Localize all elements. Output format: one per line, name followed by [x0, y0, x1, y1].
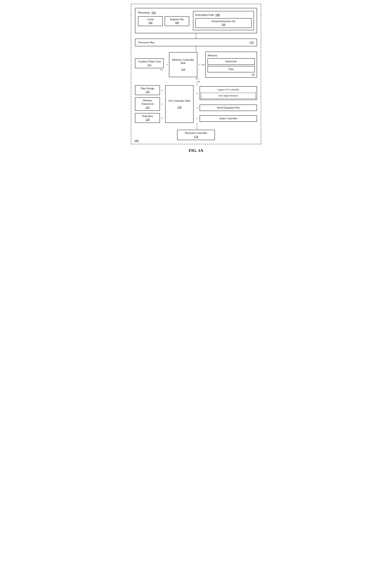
processor-sub-boxes: Cache 104 Register File 106: [138, 16, 189, 26]
data-storage-box: Data Storage 124: [135, 85, 160, 95]
page: Processor 102 Cache 104 Register File 10…: [131, 4, 261, 153]
arrow-mch-memory: ↔ 118: [198, 63, 205, 66]
label-114: 114: [160, 69, 164, 71]
execution-unit-box: Execution Unit 108 Packed Instruction Se…: [193, 11, 254, 30]
flash-bios-box: Flash Bios 128: [135, 113, 160, 123]
io-left-section: Data Storage 124 ↔ Wireless Transceiver …: [135, 85, 165, 123]
io-right-section: ↔ Legacy I/O Controller User Input Inter…: [194, 85, 257, 123]
wireless-row: Wireless Transceiver 126 ↔: [135, 97, 164, 111]
memory-ref: 120: [207, 73, 255, 75]
arrow-data-storage: ↔: [161, 88, 164, 92]
packed-inst-set-box: Packed Instruction Set 109: [195, 18, 252, 28]
diagram-outer: Processor 102 Cache 104 Register File 10…: [131, 4, 261, 144]
arrow-graphics-mch: ↔: [166, 63, 169, 66]
serial-expansion-row: ↔ Serial Expansion Port: [196, 104, 257, 111]
arrow-legacy-io: ↔: [196, 91, 199, 95]
arrow-mch-to-ioh: 〜〜〜 122 ↓: [135, 78, 257, 85]
fig-label: FIG. 1A: [131, 148, 261, 153]
legacy-io-label: Legacy I/O Controller: [201, 87, 256, 92]
ioh-box: I/O Controller Hub 130: [165, 85, 194, 123]
user-input-box: User Input Interface: [201, 93, 256, 99]
network-controller-box: Network Controller 134: [177, 130, 215, 140]
memory-title: Memory: [207, 54, 255, 57]
processor-left: Processor 102 Cache 104 Register File 10…: [138, 11, 189, 26]
wireless-box: Wireless Transceiver 126: [135, 97, 160, 111]
arrow-flash-bios: ↔: [161, 116, 164, 120]
audio-controller-row: ↔ Audio Controller: [196, 115, 257, 122]
graphics-card-section: Graphics/Video Card 112 114: [135, 59, 165, 71]
processor-outer-box: Processor 102 Cache 104 Register File 10…: [135, 8, 257, 33]
arrow-wireless: ↔: [161, 102, 164, 106]
data-box: Data: [207, 66, 255, 72]
legacy-io-row: ↔ Legacy I/O Controller User Input Inter…: [196, 86, 257, 100]
io-section: Data Storage 124 ↔ Wireless Transceiver …: [135, 85, 257, 123]
mch-box: Memory Controller Hub 116: [169, 52, 197, 77]
arrow-bus-to-mch: ↕: [135, 46, 257, 52]
legacy-io-outer: Legacy I/O Controller User Input Interfa…: [200, 86, 257, 100]
processor-title: Processor 102: [138, 11, 189, 14]
arrow-ioh-to-network: ↕: [135, 123, 257, 130]
execution-unit-title: Execution Unit 108: [195, 13, 252, 17]
outer-ref-label: 100: [134, 139, 139, 142]
processor-bus-box: Processor Bus 110: [135, 39, 257, 46]
cache-box: Cache 104: [138, 16, 163, 26]
arrow-serial: ↔: [196, 106, 199, 109]
memory-outer-box: Memory Instruction Data 120: [205, 52, 257, 78]
middle-section: Graphics/Video Card 112 114 ↔ Memory Con…: [135, 52, 257, 78]
serial-expansion-box: Serial Expansion Port: [200, 104, 257, 111]
data-storage-row: Data Storage 124 ↔: [135, 85, 164, 95]
flash-bios-row: Flash Bios 128 ↔: [135, 113, 164, 123]
graphics-card-box: Graphics/Video Card 112: [135, 59, 164, 68]
arrow-proc-to-bus: ↕: [135, 33, 257, 39]
instruction-box: Instruction: [207, 58, 255, 65]
audio-controller-box: Audio Controller: [200, 115, 257, 122]
network-section: Network Controller 134: [135, 130, 257, 140]
arrow-audio: ↔: [196, 117, 199, 120]
register-file-box: Register File 106: [165, 16, 189, 26]
memory-section: Memory Instruction Data 120: [205, 52, 257, 78]
